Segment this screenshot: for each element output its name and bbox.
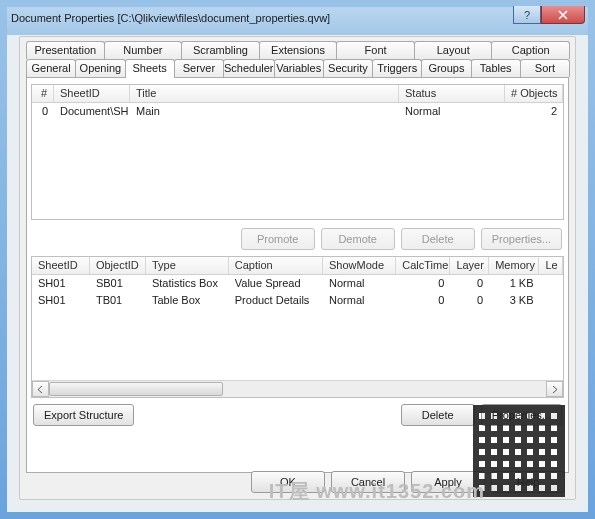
tab-sheets[interactable]: Sheets [125, 59, 175, 78]
table-row[interactable]: SH01TB01Table BoxProduct DetailsNormal00… [32, 292, 563, 309]
tab-security[interactable]: Security [323, 59, 373, 77]
tab-groups[interactable]: Groups [421, 59, 471, 77]
col2-sheetid[interactable]: SheetID [32, 257, 90, 274]
tab-triggers[interactable]: Triggers [372, 59, 422, 77]
ok-button[interactable]: OK [251, 471, 325, 493]
col2-type[interactable]: Type [146, 257, 229, 274]
qr-code-overlay [473, 405, 565, 497]
sheet-action-buttons: Promote Demote Delete Properties... [241, 228, 562, 250]
sheets-listview[interactable]: # SheetID Title Status # Objects 0Docume… [31, 84, 564, 220]
tab-tables[interactable]: Tables [471, 59, 521, 77]
scroll-thumb[interactable] [49, 382, 223, 396]
table-row[interactable]: SH01SB01Statistics BoxValue SpreadNormal… [32, 275, 563, 292]
promote-button[interactable]: Promote [241, 228, 315, 250]
delete-object-button[interactable]: Delete [401, 404, 475, 426]
tab-number[interactable]: Number [104, 41, 183, 59]
help-window-button[interactable]: ? [513, 6, 541, 24]
tab-caption[interactable]: Caption [491, 41, 570, 59]
col-index[interactable]: # [32, 85, 54, 102]
demote-button[interactable]: Demote [321, 228, 395, 250]
scroll-left-button[interactable] [32, 381, 49, 397]
tab-opening[interactable]: Opening [75, 59, 125, 77]
objects-hscrollbar[interactable] [32, 380, 563, 397]
sheets-list-header[interactable]: # SheetID Title Status # Objects [32, 85, 563, 103]
close-window-button[interactable] [541, 6, 585, 24]
col2-calctime[interactable]: CalcTime [396, 257, 450, 274]
col-title[interactable]: Title [130, 85, 399, 102]
tab-scheduler[interactable]: Scheduler [223, 59, 275, 77]
col2-layer[interactable]: Layer [450, 257, 489, 274]
tab-scrambling[interactable]: Scrambling [181, 41, 260, 59]
col-status[interactable]: Status [399, 85, 505, 102]
tab-layout[interactable]: Layout [414, 41, 493, 59]
tab-general[interactable]: General [26, 59, 76, 77]
tab-variables[interactable]: Variables [274, 59, 324, 77]
col2-memory[interactable]: Memory [489, 257, 539, 274]
col2-caption[interactable]: Caption [229, 257, 323, 274]
cancel-button[interactable]: Cancel [331, 471, 405, 493]
tab-presentation[interactable]: Presentation [26, 41, 105, 59]
titlebar[interactable]: Document Properties [C:\Qlikview\files\d… [7, 7, 588, 29]
tab-extensions[interactable]: Extensions [259, 41, 338, 59]
scroll-track[interactable] [49, 381, 546, 397]
delete-sheet-button[interactable]: Delete [401, 228, 475, 250]
col2-le[interactable]: Le [539, 257, 563, 274]
tab-sort[interactable]: Sort [520, 59, 570, 77]
col2-showmode[interactable]: ShowMode [323, 257, 396, 274]
col2-objectid[interactable]: ObjectID [90, 257, 146, 274]
export-structure-button[interactable]: Export Structure [33, 404, 134, 426]
window-buttons: ? [513, 6, 585, 24]
svg-text:?: ? [524, 10, 530, 20]
tab-server[interactable]: Server [174, 59, 224, 77]
col-sheetid[interactable]: SheetID [54, 85, 130, 102]
sheet-properties-button[interactable]: Properties... [481, 228, 562, 250]
window-title: Document Properties [C:\Qlikview\files\d… [11, 12, 584, 24]
objects-listview[interactable]: SheetID ObjectID Type Caption ShowMode C… [31, 256, 564, 398]
scroll-right-button[interactable] [546, 381, 563, 397]
col-objects[interactable]: # Objects [505, 85, 563, 102]
objects-list-header[interactable]: SheetID ObjectID Type Caption ShowMode C… [32, 257, 563, 275]
tab-font[interactable]: Font [336, 41, 415, 59]
table-row[interactable]: 0Document\SHMainNormal2 [32, 103, 563, 120]
